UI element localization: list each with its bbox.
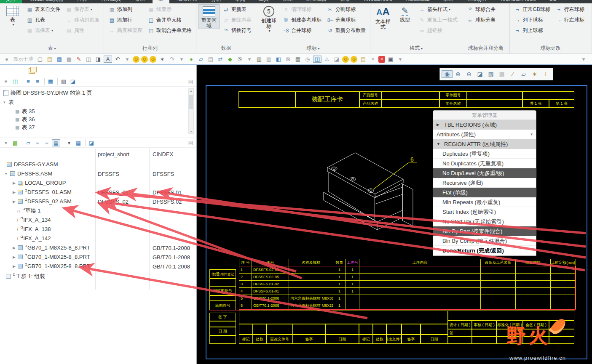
open-file-icon[interactable]: ▤ bbox=[46, 56, 54, 62]
rev-date-cell[interactable]: 日期 bbox=[325, 335, 359, 344]
tab-frame[interactable]: 框架 bbox=[334, 0, 356, 3]
drawing-page-node[interactable]: 绘图 DFSSFS-GY.DRW 的第 1 页 bbox=[3, 89, 92, 97]
column-header-project-short[interactable]: project_short bbox=[98, 151, 129, 157]
sig-empty-cell[interactable] bbox=[448, 337, 472, 344]
rev-empty-cell[interactable] bbox=[266, 324, 293, 335]
tab-table[interactable]: 表 bbox=[153, 0, 169, 3]
hole-table-button[interactable]: ▥孔表 bbox=[24, 15, 63, 25]
collapse-all-icon[interactable]: ≡ bbox=[33, 78, 42, 85]
sheet-no-cell[interactable]: 第 1 张 bbox=[549, 99, 574, 108]
undo-dropdown-icon[interactable]: ▾ bbox=[123, 56, 131, 62]
expand-caret-icon[interactable]: ▾ bbox=[5, 172, 10, 176]
menu-no-start-idx[interactable]: No Start Idx (无起始索引) bbox=[433, 217, 536, 226]
side-empty-cell[interactable] bbox=[209, 335, 236, 344]
expand-all-icon[interactable]: ≡ bbox=[24, 78, 32, 85]
collapsed-caret-icon[interactable]: ▶ bbox=[13, 264, 18, 268]
menu-recursive[interactable]: Recursive (递归) bbox=[433, 178, 536, 188]
detach-balloon-button[interactable]: 8−分离球标 bbox=[324, 15, 368, 25]
menu-region-attr[interactable]: ▼REGION ATTR (区域属性) bbox=[433, 139, 536, 149]
rev-empty-cell[interactable] bbox=[421, 324, 448, 335]
save-icon[interactable]: ▦ bbox=[55, 56, 64, 62]
rev-empty-cell[interactable] bbox=[325, 324, 359, 335]
cell-cindex[interactable]: GB/T70.1-2008 bbox=[153, 254, 190, 260]
delete-content-button[interactable]: ▱删除内容 bbox=[220, 15, 254, 25]
tree-scrollbar[interactable]: ▲ ▼ bbox=[188, 88, 194, 134]
form-icon[interactable]: ▤ bbox=[206, 56, 215, 62]
eraser-icon[interactable]: ▱ bbox=[24, 140, 32, 146]
menu-no-duplicates[interactable]: No Duplicates (无重复项) bbox=[433, 159, 536, 168]
cell-cindex[interactable]: GB/T70.1-2008 bbox=[153, 245, 190, 251]
rev-empty-cell[interactable] bbox=[402, 324, 421, 335]
tab-drawing-edit[interactable]: 绘图编辑 bbox=[300, 0, 332, 3]
bom-header-equipment[interactable]: 设备及工艺装备 bbox=[481, 259, 516, 266]
bom-header-no[interactable]: 序 号 bbox=[239, 259, 252, 266]
scroll-thumb[interactable] bbox=[189, 95, 193, 109]
cell-cindex[interactable]: DFSSFS bbox=[153, 171, 174, 177]
total-sheets-cell[interactable]: 共 1 张 bbox=[522, 99, 549, 108]
datum-points-icon[interactable]: ∗ bbox=[529, 71, 540, 77]
group-balloon-label[interactable]: 球标▾ bbox=[258, 44, 368, 53]
smiley-icon-1[interactable]: ☺ bbox=[133, 56, 139, 63]
row-right-balloon-button[interactable]: ¬行右球标 bbox=[553, 4, 587, 15]
undo-icon[interactable]: ↶ bbox=[113, 56, 122, 62]
sig-empty-cell[interactable] bbox=[549, 337, 574, 344]
side-empty-cell[interactable] bbox=[209, 321, 236, 327]
cell-cindex[interactable]: DFSSFS.01 bbox=[153, 189, 182, 196]
side-empty-cell[interactable] bbox=[209, 279, 236, 286]
toggle-symbol-button[interactable]: ¹⁵切换符号 bbox=[220, 25, 254, 36]
windows-dropdown-icon[interactable]: ▾ bbox=[396, 56, 404, 62]
line-style-button[interactable]: ✎ 线型 bbox=[394, 4, 416, 23]
rev-count-cell[interactable]: 处数 bbox=[373, 335, 386, 344]
table-node-36[interactable]: ▦ 表 36 bbox=[15, 115, 35, 123]
balloon-detach-button[interactable]: ₂₁球标分离 bbox=[464, 15, 498, 25]
repeat-region-button[interactable]: 重复区域 bbox=[198, 4, 220, 29]
export-doc-icon[interactable]: ◧ bbox=[274, 56, 283, 62]
table-big-button[interactable]: 表 ▾ bbox=[2, 4, 24, 27]
hand-select-icon[interactable]: ◆ bbox=[226, 56, 234, 62]
line-display-button[interactable]: ▦线显示 bbox=[145, 4, 194, 15]
move-to-page-button[interactable]: →移动到页面 bbox=[63, 15, 102, 25]
bom-header-qty[interactable]: 数量 bbox=[333, 259, 346, 266]
rev-empty-cell[interactable] bbox=[293, 324, 325, 335]
column-header-cindex[interactable]: CINDEX bbox=[153, 151, 173, 157]
tab-analysis[interactable]: 分析 bbox=[205, 0, 227, 3]
layers-icon[interactable]: ◪ bbox=[87, 140, 96, 146]
panel-settings-icon[interactable]: ▤ bbox=[188, 79, 193, 85]
tab-annotate[interactable]: 注释 bbox=[71, 0, 93, 3]
tree-columns-icon[interactable]: ▦ bbox=[52, 139, 60, 146]
model-display-icon[interactable]: ▩ bbox=[11, 140, 19, 146]
normal-gb-balloon-button[interactable]: ¬正常GB球标 bbox=[512, 4, 553, 15]
cell-cindex[interactable]: DFSSFS.02 bbox=[153, 199, 182, 205]
split-balloon-button[interactable]: ✂分割球标 bbox=[324, 4, 368, 15]
popup-title[interactable]: 菜单管理器 bbox=[433, 111, 536, 120]
tool-icon[interactable]: ∗ bbox=[158, 56, 166, 62]
filter-caret-icon[interactable]: ▾ bbox=[2, 78, 10, 85]
balloon-5-toolbar-icon[interactable]: ⑤ bbox=[236, 56, 244, 62]
collapse-all-icon[interactable]: ≡ bbox=[43, 140, 51, 146]
bom-header-time[interactable]: 工时定额(min) bbox=[551, 259, 576, 266]
menu-min-repeats[interactable]: Min Repeats (最小重复) bbox=[433, 197, 536, 207]
sign-char-cell[interactable]: 签 bbox=[448, 329, 472, 337]
borrow-register-cell[interactable]: 借(通)用件登记 bbox=[209, 269, 236, 279]
cell-project-short[interactable]: DFSSFS_01 bbox=[98, 189, 129, 196]
menu-flat[interactable]: Flat (单级) bbox=[433, 188, 536, 197]
interference-display-label[interactable]: 显示干涉 bbox=[13, 56, 33, 63]
smiley-icon-3[interactable]: ☺ bbox=[150, 56, 156, 63]
part-name-value[interactable] bbox=[467, 99, 522, 108]
rev-empty-cell[interactable] bbox=[386, 324, 402, 335]
height-width-button[interactable]: ↔高度和宽度 bbox=[106, 25, 145, 36]
toolbar-overflow-icon[interactable]: ▾ bbox=[579, 56, 588, 62]
sig-empty-row[interactable] bbox=[239, 311, 448, 324]
smiley-icon-4[interactable]: ☺ bbox=[342, 56, 349, 63]
repaint-icon[interactable]: ◪ bbox=[474, 71, 485, 77]
tab-cloud-tools[interactable]: 云图工具 bbox=[95, 0, 127, 3]
balloon-dropdown-icon[interactable]: ▾ bbox=[245, 56, 254, 62]
filter-caret-icon[interactable]: ▾ bbox=[2, 140, 10, 146]
save-table-button[interactable]: ▦保存表▾ bbox=[63, 4, 102, 15]
side-empty-cell[interactable] bbox=[209, 295, 236, 301]
tab-bo-partial[interactable]: BO bbox=[544, 0, 563, 3]
tree-row-assembly[interactable]: ▾DFSSFS.ASM bbox=[5, 170, 52, 178]
tree-row-dfssfs02[interactable]: ▶DFSSFS_02.ASM bbox=[13, 197, 72, 205]
sig-empty-cell[interactable] bbox=[472, 329, 496, 337]
redo-icon[interactable]: ↷ bbox=[168, 56, 176, 62]
